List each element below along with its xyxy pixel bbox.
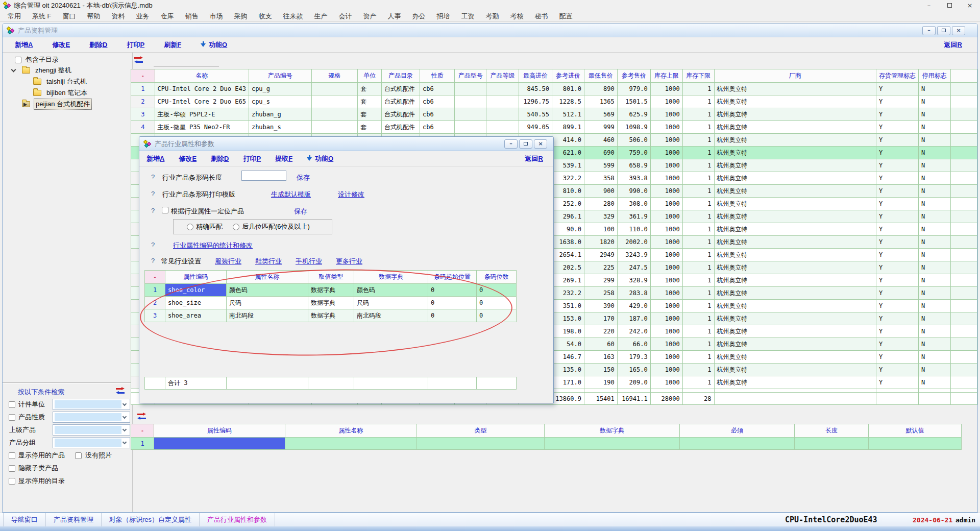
grid-cell[interactable]: Y <box>876 376 918 389</box>
grid-cell[interactable] <box>545 438 680 450</box>
grid-cell[interactable] <box>950 198 977 210</box>
grid-cell[interactable]: N <box>918 325 950 338</box>
grid-cell[interactable]: Y <box>876 185 918 198</box>
grid-cell[interactable]: 2 <box>131 95 155 108</box>
grid-cell[interactable]: 1000 <box>650 83 682 95</box>
grid-cell[interactable]: 1 <box>682 364 714 376</box>
grid-cell[interactable]: Y <box>876 172 918 185</box>
grid-cell[interactable]: 1296.75 <box>519 95 552 108</box>
grid-cell[interactable]: 1 <box>682 185 714 198</box>
grid-cell[interactable]: 1 <box>682 261 714 274</box>
minimize-button[interactable]: – <box>919 0 939 11</box>
grid-cell[interactable]: 539.1 <box>552 159 584 172</box>
grid-cell[interactable]: 2002.0 <box>617 236 650 249</box>
grid-cell[interactable]: 1000 <box>650 376 682 389</box>
grid-cell[interactable]: 308.0 <box>617 198 650 210</box>
grid-cell[interactable]: 361.9 <box>617 210 650 223</box>
grid-cell[interactable] <box>455 83 486 95</box>
grid-cell[interactable]: N <box>918 83 950 95</box>
dialog-restore-button[interactable] <box>519 139 532 149</box>
grid-cell[interactable]: 225 <box>584 261 617 274</box>
grid-cell[interactable]: 1000 <box>650 108 682 121</box>
grid-cell[interactable]: 351.0 <box>552 300 584 312</box>
grid-cell[interactable]: 杭州奥立特 <box>714 95 876 108</box>
grid-cell[interactable]: Y <box>876 159 918 172</box>
grid-cell[interactable]: 杭州奥立特 <box>714 83 876 95</box>
save-button-2[interactable]: 保存 <box>294 207 307 216</box>
grid-cell[interactable]: 杭州奥立特 <box>714 376 876 389</box>
column-header[interactable]: 参考售价 <box>617 69 650 83</box>
grid-cell[interactable]: Y <box>876 274 918 287</box>
column-header[interactable]: 长度 <box>795 424 869 438</box>
menu-item[interactable]: 业务 <box>131 11 155 22</box>
grid-cell[interactable]: Y <box>876 364 918 376</box>
back-button[interactable]: 返回R <box>944 40 962 50</box>
grid-cell[interactable]: 杭州奥立特 <box>714 223 876 236</box>
column-header[interactable]: 条码起始位置 <box>428 271 477 284</box>
dropdown[interactable] <box>53 437 130 448</box>
grid-cell[interactable] <box>950 351 977 364</box>
grid-cell[interactable]: 690 <box>584 147 617 159</box>
grid-cell[interactable]: cpu_g <box>249 83 311 95</box>
grid-cell[interactable] <box>950 274 977 287</box>
checkbox[interactable] <box>9 452 15 459</box>
column-header[interactable]: 规格 <box>311 69 358 83</box>
grid-cell[interactable]: N <box>918 364 950 376</box>
grid-cell[interactable]: 南北码段 <box>227 309 308 322</box>
grid-cell[interactable] <box>154 438 285 450</box>
grid-cell[interactable]: 90.0 <box>552 223 584 236</box>
grid-cell[interactable]: 329 <box>584 210 617 223</box>
grid-cell[interactable] <box>950 338 977 351</box>
grid-cell[interactable]: Y <box>876 83 918 95</box>
grid-cell[interactable]: 990.0 <box>617 185 650 198</box>
grid-cell[interactable]: 杭州奥立特 <box>714 261 876 274</box>
grid-cell[interactable]: 台式机配件 <box>382 108 420 121</box>
grid-cell[interactable]: 套 <box>358 108 382 121</box>
grid-cell[interactable]: 299 <box>584 274 617 287</box>
column-header[interactable]: 产品编号 <box>249 69 311 83</box>
grid-cell[interactable]: 0 <box>477 297 517 309</box>
grid-cell[interactable] <box>950 364 977 376</box>
grid-cell[interactable]: 1 <box>682 223 714 236</box>
grid-cell[interactable] <box>950 108 977 121</box>
grid-cell[interactable]: 220 <box>584 325 617 338</box>
grid-cell[interactable]: 1000 <box>650 159 682 172</box>
grid-cell[interactable]: 1000 <box>650 236 682 249</box>
grid-cell[interactable]: 979.0 <box>617 83 650 95</box>
grid-cell[interactable]: 1 <box>131 438 154 450</box>
grid-cell[interactable]: 179.3 <box>617 351 650 364</box>
grid-cell[interactable]: 1 <box>682 274 714 287</box>
column-header[interactable]: 单位 <box>358 69 382 83</box>
grid-cell[interactable]: 1638.0 <box>552 236 584 249</box>
column-header[interactable]: 存货管理标志 <box>876 69 918 83</box>
grid-cell[interactable] <box>795 438 869 450</box>
column-header[interactable]: - <box>131 69 155 83</box>
grid-cell[interactable]: 1000 <box>650 274 682 287</box>
grid-cell[interactable]: Y <box>876 236 918 249</box>
checkbox[interactable] <box>9 414 15 421</box>
grid-cell[interactable]: 1 <box>682 300 714 312</box>
menu-item[interactable]: 窗口 <box>57 11 82 22</box>
grid-cell[interactable]: 杭州奥立特 <box>714 121 876 134</box>
toolbar-button[interactable]: 修改E <box>179 154 197 163</box>
grid-cell[interactable]: 2949 <box>584 249 617 261</box>
grid-cell[interactable]: 套 <box>358 83 382 95</box>
grid-cell[interactable]: 209.0 <box>617 376 650 389</box>
grid-cell[interactable]: 258 <box>584 287 617 300</box>
grid-cell[interactable]: 296.1 <box>552 210 584 223</box>
grid-cell[interactable]: 1000 <box>650 210 682 223</box>
column-header[interactable]: 取值类型 <box>308 271 354 284</box>
menu-item[interactable]: 配置 <box>554 11 578 22</box>
grid-cell[interactable]: 颜色码 <box>354 284 428 297</box>
grid-cell[interactable]: 150 <box>584 364 617 376</box>
checkbox[interactable] <box>9 401 15 408</box>
grid-cell[interactable]: 110.0 <box>617 223 650 236</box>
grid-cell[interactable]: cb6 <box>420 95 455 108</box>
grid-cell[interactable]: N <box>918 300 950 312</box>
grid-cell[interactable]: 252.0 <box>552 198 584 210</box>
toolbar-button[interactable]: 刷新F <box>164 40 181 50</box>
grid-cell[interactable]: 1 <box>145 284 165 297</box>
grid-cell[interactable]: 242.0 <box>617 325 650 338</box>
grid-cell[interactable] <box>311 95 358 108</box>
grid-cell[interactable]: N <box>918 185 950 198</box>
